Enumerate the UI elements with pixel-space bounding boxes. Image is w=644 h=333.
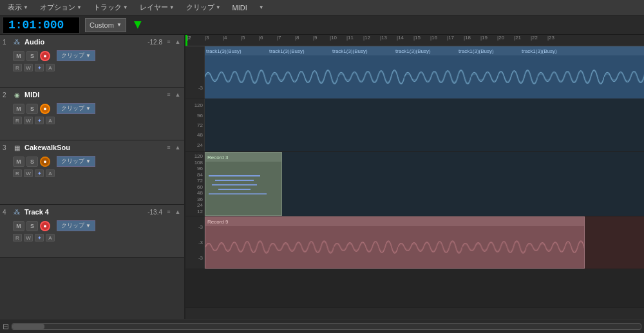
track3-menu-icon[interactable]: ≡ — [165, 144, 173, 151]
track2-menu-icon[interactable]: ≡ — [165, 91, 173, 99]
track4-waveform — [205, 226, 584, 268]
menu-bar: 表示 ▼ オプション ▼ トラック ▼ レイヤー ▼ クリップ ▼ MIDI ▼ — [0, 0, 644, 15]
menu-midi-arrow-btn[interactable]: ▼ — [254, 3, 269, 12]
menu-view[interactable]: 表示 ▼ — [3, 1, 33, 14]
track4-menu-icon[interactable]: ≡ — [165, 208, 173, 216]
drums-icon-3: ▦ — [12, 142, 22, 153]
track4-mute-btn[interactable]: M — [13, 221, 24, 231]
menu-clip-arrow: ▼ — [216, 5, 221, 10]
track3-content-row: 120 108 96 84 72 60 48 36 24 12 Record 3 — [185, 152, 644, 216]
status-icon: ⊟ — [3, 322, 9, 331]
track1-collapse-icon[interactable]: ▲ — [174, 38, 182, 46]
track4-star-btn[interactable]: ✦ — [35, 234, 44, 242]
svg-rect-1 — [205, 226, 584, 268]
menu-layer[interactable]: レイヤー ▼ — [135, 1, 180, 14]
track2-w-btn[interactable]: W — [24, 117, 33, 124]
track4-arm-btn[interactable]: ● — [40, 221, 50, 231]
track2-level-labels: 120 96 72 48 24 — [185, 99, 205, 151]
track-number-3: 3 — [3, 144, 9, 151]
track4-w-btn[interactable]: W — [24, 234, 33, 242]
track2-star-btn[interactable]: ✦ — [35, 117, 44, 124]
track1-a-btn[interactable]: A — [46, 64, 55, 71]
scrollbar-thumb — [12, 324, 44, 329]
transport-bar: 1:01:000 Custom ▼ — [0, 15, 644, 35]
track4-after-clip — [585, 216, 644, 269]
menu-layer-arrow: ▼ — [169, 5, 175, 10]
track3-mute-btn[interactable]: M — [13, 157, 24, 167]
midi-icon-2: ◉ — [12, 90, 22, 100]
track1-clip-btn[interactable]: クリップ ▼ — [57, 50, 95, 61]
track3-arm-btn[interactable]: ● — [40, 157, 50, 167]
track-name-4: Track 4 — [24, 208, 145, 216]
track4-record-clip[interactable]: Record 9 — [205, 216, 585, 269]
menu-options-arrow: ▼ — [77, 5, 82, 10]
track1-w-btn[interactable]: W — [24, 64, 33, 71]
track2-a-btn[interactable]: A — [46, 117, 55, 124]
track3-w-btn[interactable]: W — [24, 169, 33, 177]
record3-label: Record 3 — [207, 155, 228, 160]
track3-collapse-icon[interactable]: ▲ — [174, 144, 182, 151]
track1-mute-btn[interactable]: M — [13, 51, 24, 61]
track4-level-labels: -3 -3 -3 — [185, 216, 205, 269]
track1-star-btn[interactable]: ✦ — [35, 64, 44, 71]
dropdown-arrow: ▼ — [117, 22, 122, 28]
menu-options[interactable]: オプション ▼ — [35, 1, 87, 14]
menu-clip[interactable]: クリップ ▼ — [181, 1, 226, 14]
time-display: 1:01:000 — [3, 17, 80, 33]
menu-track[interactable]: トラック ▼ — [88, 1, 133, 14]
timeline-ruler: |2 |3 |4 |5 |6 |7 |8 |9 |10 |11 |12 |13 … — [185, 35, 644, 46]
track-number-4: 4 — [3, 209, 9, 216]
audio-icon-4: ⁂ — [12, 207, 22, 217]
track2-mute-btn[interactable]: M — [13, 104, 24, 114]
menu-view-arrow: ▼ — [23, 5, 28, 10]
track-header-1: 1 ⁂ Audio -12.8 ≡ ▲ M S ● クリップ ▼ — [0, 35, 184, 88]
track3-empty-right — [282, 152, 644, 216]
track1-arm-btn[interactable]: ● — [40, 51, 50, 61]
main-area: 1 ⁂ Audio -12.8 ≡ ▲ M S ● クリップ ▼ — [0, 35, 644, 319]
tracks-content: -3 -3 -3 track1(3)(Busy) track1(3)(Busy)… — [185, 46, 644, 319]
track3-record-clip[interactable]: Record 3 — [205, 152, 282, 216]
track4-r-btn[interactable]: R — [13, 234, 22, 242]
track-name-2: MIDI — [24, 91, 162, 99]
track3-a-btn[interactable]: A — [46, 169, 55, 177]
track-headers-panel: 1 ⁂ Audio -12.8 ≡ ▲ M S ● クリップ ▼ — [0, 35, 185, 319]
playhead-marker — [134, 21, 142, 29]
track3-midi-notes — [209, 172, 278, 204]
track3-clip-btn[interactable]: クリップ ▼ — [57, 156, 95, 167]
timeline-area: |2 |3 |4 |5 |6 |7 |8 |9 |10 |11 |12 |13 … — [185, 35, 644, 319]
track-name-1: Audio — [24, 38, 145, 46]
track3-r-btn[interactable]: R — [13, 169, 22, 177]
track-number-2: 2 — [3, 91, 9, 99]
track2-arm-btn[interactable]: ● — [40, 104, 50, 114]
menu-midi[interactable]: MIDI — [227, 3, 252, 13]
custom-dropdown[interactable]: Custom ▼ — [85, 18, 126, 32]
track4-collapse-icon[interactable]: ▲ — [174, 208, 182, 216]
track2-clip-btn[interactable]: クリップ ▼ — [57, 103, 95, 114]
track4-clip-btn[interactable]: クリップ ▼ — [57, 220, 95, 231]
track-header-3: 3 ▦ CakewalkSou ≡ ▲ M S ● クリップ ▼ R — [0, 140, 184, 205]
track-db-1: -12.8 — [147, 39, 162, 46]
track1-menu-icon[interactable]: ≡ — [165, 38, 173, 46]
track-name-3: CakewalkSou — [24, 144, 162, 151]
track3-solo-btn[interactable]: S — [26, 157, 38, 167]
track2-solo-btn[interactable]: S — [26, 104, 38, 114]
track-db-4: -13.4 — [147, 209, 162, 216]
track2-r-btn[interactable]: R — [13, 117, 22, 124]
status-bar: ⊟ — [0, 319, 644, 333]
track3-star-btn[interactable]: ✦ — [35, 169, 44, 177]
track1-r-btn[interactable]: R — [13, 64, 22, 71]
horizontal-scrollbar[interactable] — [12, 323, 641, 330]
track2-collapse-icon[interactable]: ▲ — [174, 91, 182, 99]
track3-level-labels: 120 108 96 84 72 60 48 36 24 12 — [185, 152, 205, 216]
track1-solo-btn[interactable]: S — [26, 51, 38, 61]
track1-waveform — [205, 55, 644, 99]
record9-label: Record 9 — [207, 219, 228, 225]
track4-solo-btn[interactable]: S — [26, 221, 38, 231]
track-header-4: 4 ⁂ Track 4 -13.4 ≡ ▲ M S ● クリップ ▼ — [0, 205, 184, 258]
track4-a-btn[interactable]: A — [46, 234, 55, 242]
empty-track-area — [185, 269, 644, 308]
ruler-ticks: |2 |3 |4 |5 |6 |7 |8 |9 |10 |11 |12 |13 … — [185, 35, 644, 46]
track2-midi-bg — [205, 99, 644, 151]
track-header-2: 2 ◉ MIDI ≡ ▲ M S ● クリップ ▼ R W — [0, 88, 184, 140]
menu-track-arrow: ▼ — [123, 5, 128, 10]
